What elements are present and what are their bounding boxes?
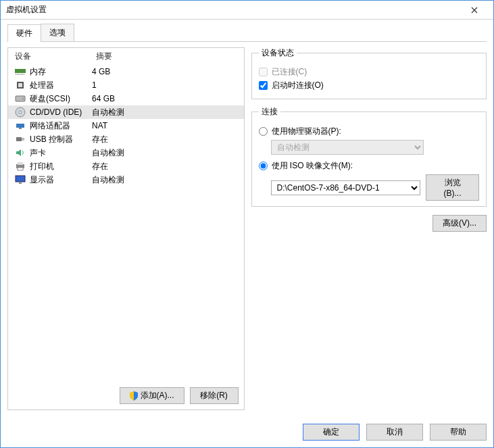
svg-rect-7 <box>24 74 24 75</box>
usb-icon <box>15 134 26 145</box>
device-summary: 存在 <box>92 134 108 145</box>
advanced-button[interactable]: 高级(V)... <box>433 215 487 232</box>
ok-button-label: 确定 <box>323 426 339 438</box>
device-row[interactable]: 硬盘(SCSI)64 GB <box>8 92 244 105</box>
physical-radio-row[interactable]: 使用物理驱动器(P): <box>259 126 480 137</box>
device-row[interactable]: 内存4 GB <box>8 65 244 78</box>
svg-rect-19 <box>18 162 23 165</box>
svg-rect-1 <box>16 74 16 75</box>
svg-point-11 <box>22 98 24 99</box>
iso-radio[interactable] <box>259 161 268 170</box>
connection-legend: 连接 <box>259 106 280 118</box>
tabs: 硬件 选项 <box>7 24 487 42</box>
status-legend: 设备状态 <box>259 47 297 59</box>
device-list: 内存4 GB处理器1硬盘(SCSI)64 GBCD/DVD (IDE)自动检测网… <box>8 65 244 382</box>
iso-label: 使用 ISO 映像文件(M): <box>272 160 353 172</box>
svg-rect-4 <box>20 74 20 75</box>
titlebar: 虚拟机设置 <box>1 1 493 20</box>
svg-rect-20 <box>18 168 23 170</box>
dialog-footer: 确定 取消 帮助 <box>1 417 493 447</box>
window-title: 虚拟机设置 <box>6 4 47 16</box>
connect-poweron-label: 启动时连接(O) <box>272 80 324 91</box>
printer-icon <box>15 161 26 172</box>
svg-rect-0 <box>15 69 26 73</box>
connect-poweron-row[interactable]: 启动时连接(O) <box>259 80 480 91</box>
svg-rect-9 <box>18 83 22 87</box>
device-summary: 存在 <box>92 161 108 172</box>
device-summary: 自动检测 <box>92 174 124 186</box>
disk-icon <box>15 93 26 104</box>
tab-hardware[interactable]: 硬件 <box>7 24 41 42</box>
physical-drive-select: 自动检测 <box>271 140 424 155</box>
device-list-header: 设备 摘要 <box>8 48 244 65</box>
device-header-summary: 摘要 <box>96 51 112 62</box>
svg-rect-6 <box>22 74 23 75</box>
close-button[interactable] <box>461 1 488 20</box>
iso-radio-row[interactable]: 使用 ISO 映像文件(M): <box>259 160 480 172</box>
device-summary: 1 <box>92 80 97 90</box>
connect-poweron-checkbox[interactable] <box>259 81 268 90</box>
add-button[interactable]: 添加(A)... <box>120 387 184 404</box>
device-name: USB 控制器 <box>30 134 73 145</box>
svg-rect-2 <box>17 74 18 75</box>
help-button-label: 帮助 <box>450 426 466 438</box>
device-header-name: 设备 <box>15 51 96 62</box>
device-name: 处理器 <box>30 80 54 91</box>
svg-rect-22 <box>19 182 22 184</box>
browse-button[interactable]: 浏览(B)... <box>426 174 479 201</box>
memory-icon <box>15 66 26 77</box>
device-name: CD/DVD (IDE) <box>30 107 82 117</box>
status-group: 设备状态 已连接(C) 启动时连接(O) <box>251 47 487 99</box>
device-summary: 64 GB <box>92 94 115 103</box>
svg-rect-21 <box>16 176 25 182</box>
help-button[interactable]: 帮助 <box>430 424 487 441</box>
device-panel: 设备 摘要 内存4 GB处理器1硬盘(SCSI)64 GBCD/DVD (IDE… <box>7 47 245 410</box>
device-row[interactable]: CD/DVD (IDE)自动检测 <box>8 105 244 119</box>
svg-rect-14 <box>16 124 24 128</box>
cpu-icon <box>15 80 26 91</box>
svg-rect-5 <box>21 74 22 75</box>
add-button-label: 添加(A)... <box>141 390 174 401</box>
connected-checkbox-row: 已连接(C) <box>259 66 480 78</box>
cd-icon <box>15 107 26 118</box>
sound-icon <box>15 147 26 158</box>
settings-panel: 设备状态 已连接(C) 启动时连接(O) 连接 使用物理驱动器(P): <box>251 47 487 410</box>
device-row[interactable]: 声卡自动检测 <box>8 146 244 159</box>
svg-rect-3 <box>18 74 19 75</box>
iso-path-select[interactable]: D:\CentOS-7-x86_64-DVD-1 <box>271 180 421 195</box>
device-row[interactable]: 打印机存在 <box>8 159 244 173</box>
svg-point-13 <box>19 111 22 114</box>
ok-button[interactable]: 确定 <box>303 424 360 441</box>
svg-rect-16 <box>16 137 22 141</box>
device-row[interactable]: 显示器自动检测 <box>8 173 244 186</box>
svg-rect-17 <box>22 138 24 141</box>
browse-button-label: 浏览(B)... <box>436 177 469 198</box>
physical-radio[interactable] <box>259 127 268 136</box>
connected-label: 已连接(C) <box>272 66 307 78</box>
device-name: 内存 <box>30 66 46 78</box>
net-icon <box>15 120 26 131</box>
device-row[interactable]: USB 控制器存在 <box>8 132 244 146</box>
device-summary: NAT <box>92 121 107 130</box>
remove-button-label: 移除(R) <box>200 390 228 401</box>
device-row[interactable]: 处理器1 <box>8 78 244 92</box>
device-row[interactable]: 网络适配器NAT <box>8 119 244 132</box>
device-summary: 自动检测 <box>92 147 124 159</box>
cancel-button[interactable]: 取消 <box>366 424 423 441</box>
connected-checkbox <box>259 68 268 76</box>
device-name: 显示器 <box>30 174 54 186</box>
device-name: 声卡 <box>30 147 46 159</box>
device-name: 硬盘(SCSI) <box>30 93 70 105</box>
close-icon <box>471 7 478 14</box>
device-summary: 自动检测 <box>92 107 124 118</box>
device-summary: 4 GB <box>92 67 110 76</box>
connection-group: 连接 使用物理驱动器(P): 自动检测 使用 ISO 映像文件(M): <box>251 106 487 207</box>
cancel-button-label: 取消 <box>387 426 403 438</box>
advanced-button-label: 高级(V)... <box>443 218 476 229</box>
shield-icon <box>130 391 138 401</box>
display-icon <box>15 174 26 185</box>
device-name: 打印机 <box>30 161 54 172</box>
tab-options[interactable]: 选项 <box>41 24 74 41</box>
remove-button[interactable]: 移除(R) <box>190 387 239 404</box>
physical-label: 使用物理驱动器(P): <box>272 126 341 137</box>
